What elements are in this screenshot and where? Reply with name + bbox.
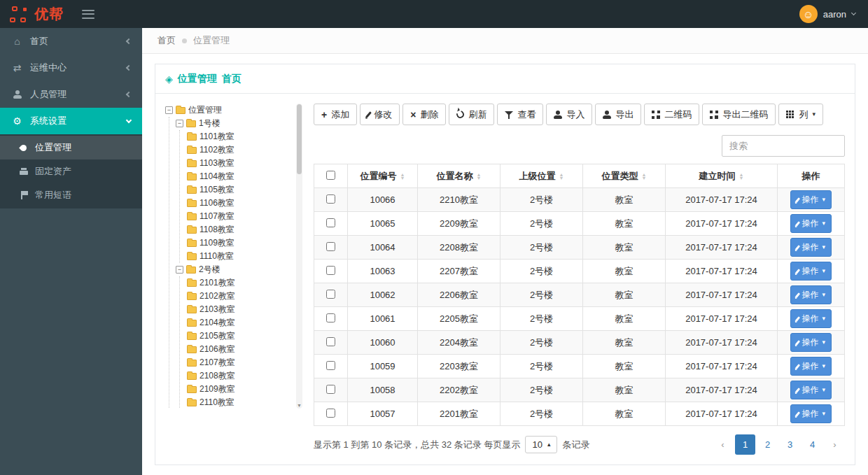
- table-row: 100612205教室2号楼教室2017-07-17 17:24操作▾: [314, 307, 845, 331]
- column-header-location-name[interactable]: 位置名称▲▼: [418, 164, 500, 188]
- sidebar-item-ops-center[interactable]: ⇄ 运维中心: [0, 55, 142, 81]
- tree-node[interactable]: 1109教室: [186, 236, 293, 250]
- tree-collapse-toggle[interactable]: −: [176, 120, 183, 127]
- tree-node-label: 2107教室: [200, 357, 235, 369]
- row-checkbox[interactable]: [326, 242, 335, 251]
- select-all-checkbox[interactable]: [326, 171, 335, 180]
- row-checkbox[interactable]: [326, 409, 335, 418]
- tree-node[interactable]: 2108教室: [186, 369, 293, 383]
- import-button[interactable]: 导入: [546, 104, 592, 125]
- cell-parent-location: 2号楼: [500, 331, 583, 355]
- tree-node[interactable]: 1107教室: [186, 210, 293, 223]
- tree-node[interactable]: 2105教室: [186, 329, 293, 343]
- tree-node[interactable]: 1108教室: [186, 223, 293, 236]
- column-header-created-time[interactable]: 建立时间▲▼: [666, 164, 778, 188]
- tree-node[interactable]: 2101教室: [186, 276, 293, 290]
- page-size-dropdown[interactable]: 10 ▴: [525, 436, 557, 453]
- edit-button[interactable]: 修改: [360, 104, 400, 125]
- row-checkbox[interactable]: [326, 218, 335, 227]
- tree-node[interactable]: 1102教室: [186, 143, 293, 157]
- user-menu[interactable]: ☺ aaron: [799, 5, 868, 23]
- search-input[interactable]: [722, 135, 845, 157]
- hamburger-menu-icon[interactable]: [82, 10, 94, 19]
- tree-node[interactable]: 1106教室: [186, 197, 293, 210]
- row-action-button[interactable]: 操作▾: [790, 285, 832, 304]
- row-action-button[interactable]: 操作▾: [790, 238, 832, 257]
- tree-node[interactable]: 1110教室: [186, 250, 293, 263]
- prev-page-button[interactable]: ‹: [713, 434, 733, 455]
- sidebar-item-home[interactable]: ⌂ 首页: [0, 28, 142, 55]
- folder-icon: [187, 213, 197, 220]
- columns-button[interactable]: 列 ▾: [778, 104, 823, 125]
- export-button[interactable]: 导出: [595, 104, 641, 125]
- row-action-button[interactable]: 操作▾: [790, 190, 832, 209]
- row-checkbox[interactable]: [326, 337, 335, 346]
- scrollbar-thumb[interactable]: [297, 104, 302, 174]
- tree-node[interactable]: −位置管理: [165, 104, 293, 117]
- tree-node[interactable]: 2106教室: [186, 343, 293, 356]
- qrcode-button[interactable]: 二维码: [644, 104, 699, 125]
- delete-button[interactable]: × 删除: [402, 104, 446, 125]
- table-row: 100602204教室2号楼教室2017-07-17 17:24操作▾: [314, 331, 845, 355]
- tree-node[interactable]: −1号楼: [176, 117, 293, 130]
- sidebar-item-personnel[interactable]: 人员管理: [0, 81, 142, 108]
- tree-scrollbar[interactable]: ▼: [296, 104, 302, 409]
- scrollbar-down-arrow[interactable]: ▼: [296, 402, 302, 409]
- tree-node[interactable]: 2103教室: [186, 303, 293, 316]
- tree-node[interactable]: 1104教室: [186, 170, 293, 183]
- tree-collapse-toggle[interactable]: −: [176, 266, 183, 274]
- cell-location-id: 10063: [348, 260, 418, 283]
- tree-node[interactable]: 1101教室: [186, 130, 293, 143]
- page-button-3[interactable]: 3: [780, 434, 800, 455]
- row-action-button[interactable]: 操作▾: [790, 381, 832, 399]
- sidebar-item-system-settings[interactable]: ⚙ 系统设置: [0, 108, 142, 134]
- page-button-2[interactable]: 2: [757, 434, 778, 455]
- pencil-icon: [795, 292, 800, 298]
- row-checkbox[interactable]: [326, 361, 335, 370]
- chevron-down-icon: [126, 117, 132, 122]
- cell-location-name: 2209教室: [418, 212, 500, 236]
- cell-parent-location: 2号楼: [500, 283, 583, 307]
- page-button-1[interactable]: 1: [735, 434, 755, 455]
- row-action-button[interactable]: 操作▾: [790, 357, 832, 376]
- row-action-button[interactable]: 操作▾: [790, 333, 832, 352]
- row-action-button[interactable]: 操作▾: [790, 309, 832, 328]
- row-action-button[interactable]: 操作▾: [790, 214, 832, 233]
- row-checkbox[interactable]: [326, 385, 335, 394]
- refresh-button[interactable]: 刷新: [449, 104, 494, 125]
- sidebar-subitem-location-management[interactable]: 位置管理: [0, 136, 142, 159]
- view-button[interactable]: 查看: [497, 104, 543, 125]
- tree-node[interactable]: 2104教室: [186, 316, 293, 329]
- tree-node-label: 1107教室: [200, 211, 234, 222]
- row-checkbox[interactable]: [326, 194, 335, 204]
- tree-node[interactable]: 1103教室: [186, 157, 293, 170]
- tree-node-label: 1101教室: [200, 131, 234, 143]
- tree-node[interactable]: 1105教室: [186, 183, 293, 197]
- row-action-button[interactable]: 操作▾: [790, 262, 832, 281]
- column-header-location-type[interactable]: 位置类型▲▼: [583, 164, 666, 188]
- sidebar-subitem-fixed-assets[interactable]: 固定资产: [0, 159, 142, 183]
- row-action-button[interactable]: 操作▾: [790, 404, 832, 423]
- row-checkbox[interactable]: [326, 313, 335, 322]
- sidebar-subitem-common-phrases[interactable]: 常用短语: [0, 183, 142, 207]
- folder-icon: [187, 253, 197, 260]
- export-qrcode-button[interactable]: 导出二维码: [702, 104, 776, 125]
- tree-collapse-toggle[interactable]: −: [165, 106, 173, 114]
- breadcrumb: 首页 位置管理: [142, 28, 868, 54]
- add-button[interactable]: + 添加: [314, 104, 357, 125]
- breadcrumb-home[interactable]: 首页: [158, 34, 176, 47]
- column-header-location-id[interactable]: 位置编号▲▼: [348, 164, 418, 188]
- tree-node-label: 2110教室: [200, 397, 234, 409]
- tree-node[interactable]: 2102教室: [186, 290, 293, 303]
- tree-node[interactable]: 2109教室: [186, 383, 293, 396]
- tree-node[interactable]: 2107教室: [186, 356, 293, 369]
- next-page-button[interactable]: ›: [825, 434, 845, 455]
- row-checkbox[interactable]: [326, 290, 335, 299]
- cell-created-time: 2017-07-17 17:24: [666, 331, 778, 355]
- folder-icon: [187, 280, 197, 287]
- column-header-parent-location[interactable]: 上级位置▲▼: [500, 164, 583, 188]
- page-button-4[interactable]: 4: [802, 434, 822, 455]
- tree-node[interactable]: 2110教室: [186, 396, 293, 409]
- tree-node[interactable]: −2号楼: [176, 263, 293, 276]
- row-checkbox[interactable]: [326, 266, 335, 275]
